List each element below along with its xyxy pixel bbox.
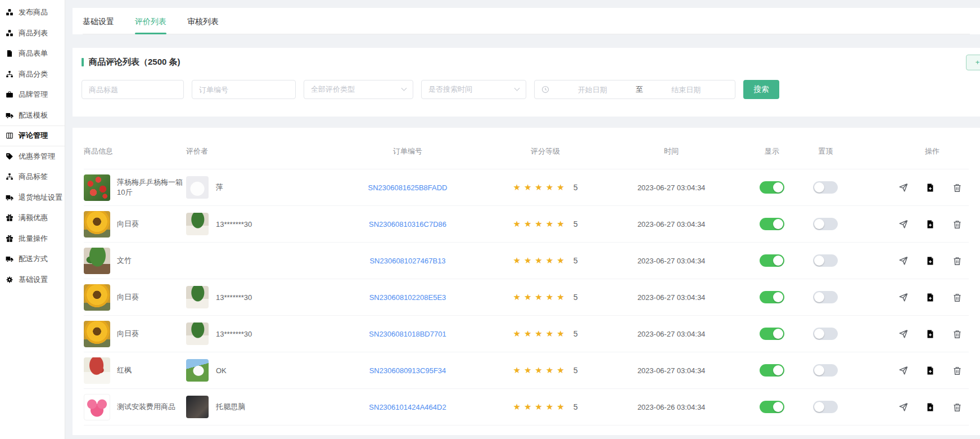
sidebar-item[interactable]: 商品列表 [0,23,65,44]
time-search-select[interactable]: 是否搜索时间 [421,80,526,99]
delete-icon[interactable] [952,256,962,266]
sidebar-item[interactable]: 批量操作 [0,229,65,249]
order-number-link[interactable]: SN2306081018BD7701 [369,330,446,338]
send-icon[interactable] [898,220,908,229]
send-icon[interactable] [898,256,908,266]
sidebar-item[interactable]: 配送方式 [0,249,65,270]
sidebar-item[interactable]: 商品标签 [0,167,65,187]
star-rating: ★★★★★ [513,219,567,229]
show-toggle[interactable] [760,328,784,340]
pin-toggle[interactable] [813,364,838,377]
actions-cell [848,183,969,192]
file-add-icon[interactable] [925,329,935,339]
send-icon[interactable] [898,293,908,302]
order-number-link[interactable]: SN2306101424A464D2 [369,403,446,411]
delete-icon[interactable] [952,366,962,375]
file-add-icon[interactable] [925,183,935,192]
star-rating: ★★★★★ [513,329,567,339]
truck-icon [6,255,13,263]
delete-icon[interactable] [952,293,962,302]
cubes-icon [6,29,13,37]
show-toggle[interactable] [760,218,784,230]
pin-toggle[interactable] [813,401,838,413]
sidebar-item[interactable]: 配送模板 [0,105,65,126]
show-toggle[interactable] [760,364,784,377]
delete-icon[interactable] [952,402,962,412]
send-icon[interactable] [898,183,908,192]
product-title-input[interactable] [82,80,184,99]
reviewer-avatar [186,359,209,382]
file-add-icon[interactable] [925,293,935,302]
sidebar-item[interactable]: 优惠券管理 [0,146,65,167]
sidebar: 发布商品商品列表商品表单商品分类品牌管理配送模板评论管理优惠券管理商品标签退货地… [0,0,65,439]
pin-toggle[interactable] [813,218,838,230]
product-cell: 向日葵 [84,284,186,311]
sidebar-item-label: 商品表单 [19,48,48,59]
sidebar-item[interactable]: 商品表单 [0,43,65,64]
search-button[interactable]: 搜索 [743,80,779,99]
filter-panel: 商品评论列表（2500 条) + 新增 全部评价类型 是否搜索时间 至 [73,48,980,117]
pin-toggle[interactable] [813,181,838,194]
order-number-link[interactable]: SN23060810316C7D86 [369,220,446,229]
file-add-icon[interactable] [925,220,935,229]
order-cell: SN2306081018BD7701 [326,330,490,338]
delete-icon[interactable] [952,220,962,229]
toggle-knob [773,402,783,412]
time-search-value: 是否搜索时间 [428,84,472,95]
send-icon[interactable] [898,329,908,339]
pin-cell [802,401,848,413]
tabs: 基础设置评价列表审核列表 [83,9,970,34]
rating-cell: ★★★★★ 5 [490,329,601,339]
tab[interactable]: 评价列表 [135,9,166,34]
show-toggle[interactable] [760,401,784,413]
reviewer-cell: 萍 [186,176,326,199]
send-icon[interactable] [898,366,908,375]
sidebar-item[interactable]: 退货地址设置 [0,187,65,208]
delete-icon[interactable] [952,329,962,339]
reviewer-avatar [186,322,209,345]
order-no-input[interactable] [192,80,296,99]
show-toggle[interactable] [760,291,784,303]
send-icon[interactable] [898,402,908,412]
pin-cell [802,364,848,377]
sidebar-item[interactable]: 基础设置 [0,270,65,290]
rating-type-select[interactable]: 全部评价类型 [304,80,413,99]
sitemap-icon [6,70,13,78]
tab[interactable]: 审核列表 [187,9,219,34]
reviewer-name: 13*******30 [216,293,252,302]
sidebar-item-label: 评论管理 [19,131,48,141]
pin-toggle[interactable] [813,328,838,340]
sidebar-item[interactable]: 品牌管理 [0,84,65,105]
reviewer-avatar [186,396,209,418]
pin-toggle[interactable] [813,254,838,267]
order-number-link[interactable]: SN2306081027467B13 [369,257,445,265]
file-add-icon[interactable] [925,402,935,412]
add-button[interactable]: + 新增 [966,55,980,70]
show-toggle[interactable] [760,254,784,267]
column-header: 置顶 [802,146,848,156]
sidebar-item[interactable]: 商品分类 [0,64,65,85]
order-cell: SN2306101424A464D2 [326,403,490,411]
end-date-input[interactable] [644,86,729,94]
file-add-icon[interactable] [925,256,935,266]
tab[interactable]: 基础设置 [83,9,114,34]
rating-type-value: 全部评价类型 [311,84,355,95]
date-range-picker[interactable]: 至 [534,80,735,99]
sidebar-item[interactable]: 评论管理 [0,126,65,146]
show-cell [742,364,802,377]
sidebar-item[interactable]: 发布商品 [0,2,65,23]
order-number-link[interactable]: SN2306080913C95F34 [369,366,446,375]
start-date-input[interactable] [550,86,635,94]
order-number-link[interactable]: SN2306081625B8FADD [368,183,448,192]
toggle-knob [773,219,783,229]
pin-toggle[interactable] [813,291,838,303]
pin-cell [802,328,848,340]
delete-icon[interactable] [952,183,962,192]
order-number-link[interactable]: SN230608102208E5E3 [369,293,446,302]
sidebar-item[interactable]: 满额优惠 [0,208,65,229]
file-add-icon[interactable] [925,366,935,375]
show-toggle[interactable] [760,181,784,194]
order-cell: SN2306081027467B13 [326,257,490,265]
tag-icon [6,153,13,160]
rating-cell: ★★★★★ 5 [490,365,601,375]
